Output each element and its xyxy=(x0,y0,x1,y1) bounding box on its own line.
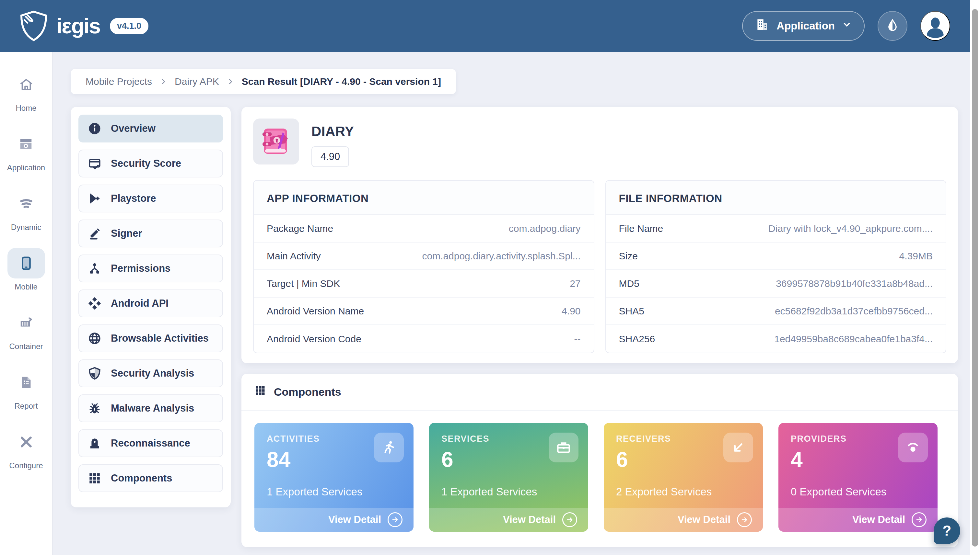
table-row: Android Version Code -- xyxy=(254,325,594,353)
components-card: Components ACTIVITIES 84 1 Exported Serv… xyxy=(241,374,958,547)
sidebar-item-dynamic[interactable]: Dynamic xyxy=(8,188,45,232)
menu-item-browsable-activities[interactable]: Browsable Activities xyxy=(79,324,223,352)
menu-item-playstore[interactable]: Playstore xyxy=(79,184,223,212)
menu-item-malware-analysis[interactable]: Malware Analysis xyxy=(79,395,223,422)
sidebar-item-application[interactable]: Application xyxy=(7,129,45,172)
menu-item-security-score[interactable]: Security Score xyxy=(79,149,223,178)
spy-icon xyxy=(87,436,102,451)
menu-item-label: Reconnaissance xyxy=(111,438,190,449)
version-badge: v4.1.0 xyxy=(110,18,148,34)
row-label: Android Version Code xyxy=(267,334,361,345)
view-detail-services[interactable]: View Detail xyxy=(429,508,588,532)
arrow-right-icon xyxy=(562,512,577,527)
menu-item-label: Security Score xyxy=(111,158,181,169)
overview-card: DIARY 4.90 APP INFORMATION Package Name … xyxy=(241,107,958,363)
breadcrumb-mobile-projects[interactable]: Mobile Projects xyxy=(85,76,152,87)
user-avatar[interactable] xyxy=(920,11,950,41)
table-row: Package Name com.adpog.diary xyxy=(254,215,594,242)
help-button[interactable]: ? xyxy=(934,517,960,544)
globe-icon xyxy=(87,331,102,345)
view-detail-label: View Detail xyxy=(852,514,905,526)
menu-item-label: Playstore xyxy=(111,192,156,204)
droplet-icon xyxy=(885,18,900,34)
table-row: Main Activity com.adpog.diary.activity.s… xyxy=(254,242,594,270)
menu-item-permissions[interactable]: Permissions xyxy=(79,255,223,282)
menu-item-label: Components xyxy=(111,472,172,484)
menu-item-reconnaissance[interactable]: Reconnaissance xyxy=(79,429,223,457)
row-value: com.adpog.diary xyxy=(509,223,581,234)
menu-item-label: Browsable Activities xyxy=(111,332,209,344)
sidebar-item-label: Container xyxy=(9,342,43,351)
scrollbar-thumb[interactable] xyxy=(972,9,978,547)
menu-item-android-api[interactable]: Android API xyxy=(79,289,223,317)
breadcrumb-current: Scan Result [DIARY - 4.90 - Scan version… xyxy=(242,76,441,87)
scrollbar xyxy=(970,0,980,555)
application-switcher-label: Application xyxy=(776,20,835,32)
brand: iεgis v4.1.0 xyxy=(18,10,148,42)
bug-icon xyxy=(87,401,102,415)
sidebar-item-container[interactable]: Container xyxy=(8,308,45,351)
app-icon xyxy=(253,119,299,165)
chevron-right-icon xyxy=(160,78,167,85)
menu-item-label: Signer xyxy=(111,228,142,239)
arrow-right-icon xyxy=(912,512,927,527)
menu-item-label: Permissions xyxy=(111,263,171,274)
app-logo-text: iεgis xyxy=(56,14,100,38)
table-row: File Name Diary with lock_v4.90_apkpure.… xyxy=(606,215,946,242)
app-title: DIARY xyxy=(311,124,354,139)
report-document-icon xyxy=(8,367,45,398)
menu-item-overview[interactable]: Overview xyxy=(79,115,223,143)
row-label: File Name xyxy=(619,223,663,234)
arrow-right-icon xyxy=(388,512,402,527)
menu-item-label: Malware Analysis xyxy=(111,403,194,414)
table-row: Size 4.39MB xyxy=(606,242,946,270)
diamonds-icon xyxy=(87,296,102,311)
component-tile-services: SERVICES 6 1 Exported Services View Deta… xyxy=(429,423,588,532)
row-label: Main Activity xyxy=(267,250,321,261)
sidebar-item-label: Report xyxy=(14,401,38,411)
view-detail-activities[interactable]: View Detail xyxy=(254,508,414,532)
top-bar: iεgis v4.1.0 Application xyxy=(0,0,980,52)
permissions-graph-icon xyxy=(87,261,102,276)
scan-menu: Overview Security Score Playstore Signer… xyxy=(71,107,231,507)
row-value: com.adpog.diary.activity.splash.Spl... xyxy=(422,250,581,261)
arrow-down-left-icon xyxy=(723,433,753,462)
row-label: Size xyxy=(619,250,638,261)
row-value: 4.90 xyxy=(562,306,581,317)
breadcrumb-dairy-apk[interactable]: Dairy APK xyxy=(175,76,219,87)
view-detail-label: View Detail xyxy=(328,514,381,526)
menu-item-security-analysis[interactable]: Security Analysis xyxy=(79,359,223,387)
row-value: 3699578878b91b40fe331a8b48ad... xyxy=(776,278,933,289)
configure-tools-icon xyxy=(8,427,45,457)
theme-toggle-button[interactable] xyxy=(878,11,908,41)
sidebar-item-mobile[interactable]: Mobile xyxy=(8,248,45,292)
menu-item-signer[interactable]: Signer xyxy=(79,220,223,247)
tile-subtext: 1 Exported Services xyxy=(441,486,537,498)
file-information-table: FILE INFORMATION File Name Diary with lo… xyxy=(605,180,946,353)
components-title: Components xyxy=(274,386,341,398)
tile-subtext: 2 Exported Services xyxy=(616,486,712,498)
application-switcher-button[interactable]: Application xyxy=(742,11,865,41)
menu-item-components[interactable]: Components xyxy=(79,464,223,492)
sidebar-item-report[interactable]: Report xyxy=(8,367,45,411)
sidebar-item-home[interactable]: Home xyxy=(8,69,45,113)
view-detail-providers[interactable]: View Detail xyxy=(779,508,938,532)
row-value: 1ed49959ba8c689cabea0fe1ba3f4... xyxy=(774,334,933,345)
table-row: MD5 3699578878b91b40fe331a8b48ad... xyxy=(606,270,946,298)
sidebar-item-configure[interactable]: Configure xyxy=(8,427,45,470)
table-row: SHA256 1ed49959ba8c689cabea0fe1ba3f4... xyxy=(606,325,946,353)
row-value: 27 xyxy=(570,278,581,289)
view-detail-receivers[interactable]: View Detail xyxy=(604,508,763,532)
broadcast-icon xyxy=(898,433,928,462)
shield-logo-icon xyxy=(18,10,49,42)
sidebar-item-label: Application xyxy=(7,163,45,172)
view-detail-label: View Detail xyxy=(503,514,556,526)
sidebar-item-label: Home xyxy=(16,104,36,113)
building-icon xyxy=(755,18,769,34)
chevron-right-icon xyxy=(227,78,234,85)
row-label: Target | Min SDK xyxy=(267,278,340,289)
row-label: MD5 xyxy=(619,278,639,289)
row-value: 4.39MB xyxy=(899,250,933,261)
table-row: Android Version Name 4.90 xyxy=(254,298,594,325)
sidebar-item-label: Mobile xyxy=(14,282,38,292)
